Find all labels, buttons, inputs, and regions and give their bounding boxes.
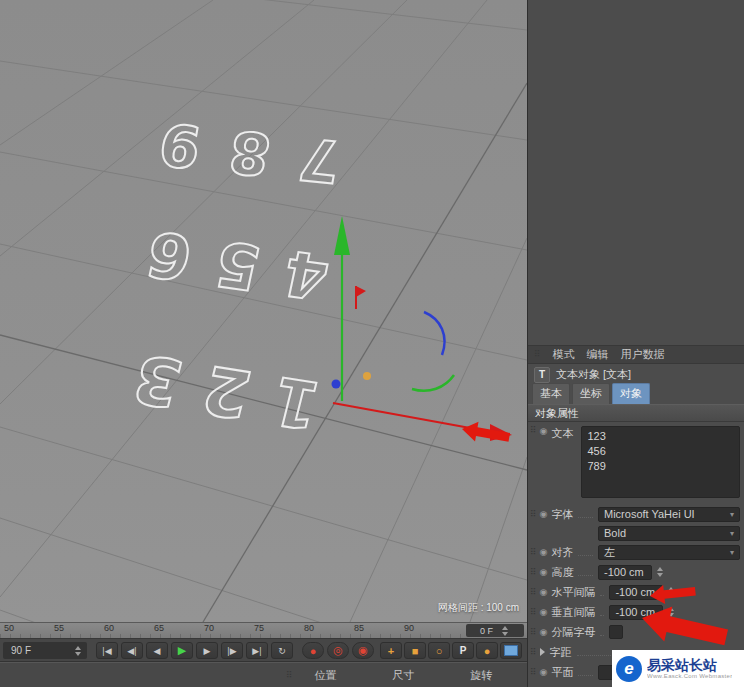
- drag-handle-icon[interactable]: ⠿: [530, 568, 537, 577]
- align-value: 左: [604, 545, 615, 560]
- key-position-toggle[interactable]: +: [380, 642, 402, 659]
- current-frame-field[interactable]: 0 F: [466, 624, 524, 637]
- height-label: 高度: [551, 565, 573, 580]
- attribute-tabs: 基本 坐标 对象: [528, 385, 744, 404]
- separate-letters-checkbox[interactable]: [609, 625, 623, 639]
- chevron-down-icon: ▾: [730, 510, 734, 519]
- animation-dot-icon[interactable]: ◉: [540, 607, 548, 617]
- menu-mode[interactable]: 模式: [553, 347, 575, 362]
- current-frame-stepper[interactable]: [500, 623, 510, 638]
- drag-handle-icon[interactable]: ⠿: [534, 350, 541, 359]
- motion-clip-button[interactable]: [500, 642, 522, 659]
- drag-handle-icon[interactable]: ⠿: [530, 668, 537, 677]
- dotted-leader: [600, 594, 604, 596]
- hspace-label: 水平间隔: [551, 585, 595, 600]
- key-rotation-toggle[interactable]: ○: [428, 642, 450, 659]
- autokeying-button[interactable]: ◎: [327, 642, 349, 659]
- align-dropdown[interactable]: 左 ▾: [598, 545, 740, 560]
- animation-dot-icon[interactable]: ◉: [540, 547, 548, 557]
- font-style-row: Bold ▾: [528, 524, 744, 542]
- keyframe-selection-button[interactable]: ◉: [352, 642, 374, 659]
- drag-handle-icon[interactable]: ⠿: [530, 648, 537, 657]
- font-family-value: Microsoft YaHei UI: [604, 508, 695, 520]
- hspace-property-row: ⠿ ◉ 水平间隔 -100 cm: [528, 582, 744, 602]
- play-button[interactable]: ▶: [171, 642, 193, 659]
- vspace-label: 垂直间隔: [551, 605, 595, 620]
- previous-frame-button[interactable]: ◀: [146, 642, 168, 659]
- rotation-band-blue[interactable]: [424, 312, 445, 355]
- dotted-leader: [578, 674, 593, 676]
- record-keyframe-button[interactable]: ●: [302, 642, 324, 659]
- object-properties-header[interactable]: 对象属性: [528, 404, 744, 422]
- chevron-down-icon: ▾: [730, 529, 734, 538]
- cycle-button[interactable]: ↻: [271, 642, 293, 659]
- grid-spacing-label: 网格间距 : 100 cm: [438, 601, 519, 615]
- animation-dot-icon[interactable]: ◉: [540, 587, 548, 597]
- animation-dot-icon[interactable]: ◉: [540, 667, 548, 677]
- watermark-title: 易采站长站: [647, 658, 732, 673]
- vspace-stepper[interactable]: [666, 605, 676, 620]
- tab-basic[interactable]: 基本: [532, 383, 570, 404]
- next-frame-button[interactable]: ▶: [196, 642, 218, 659]
- chevron-down-icon: ▾: [730, 548, 734, 557]
- height-property-row: ⠿ ◉ 高度 -100 cm: [528, 562, 744, 582]
- tick-label: 50: [4, 623, 54, 633]
- viewport-3d[interactable]: 789 456 123 网格间距 : 100 cm: [0, 0, 527, 622]
- tick-label: 65: [154, 623, 204, 633]
- next-key-button[interactable]: |▶: [221, 642, 243, 659]
- rotation-band-green[interactable]: [412, 375, 454, 391]
- dotted-leader: [578, 554, 593, 556]
- menu-userdata[interactable]: 用户数据: [621, 347, 665, 362]
- tick-label: 75: [254, 623, 304, 633]
- previous-key-button[interactable]: ◀|: [121, 642, 143, 659]
- drag-handle-icon[interactable]: ⠿: [530, 510, 537, 519]
- timeline-ruler[interactable]: 50 55 60 65 70 75 80 85 90 0 F: [0, 622, 527, 638]
- drag-handle-icon[interactable]: ⠿: [530, 426, 537, 435]
- drag-handle-icon[interactable]: ⠿: [530, 588, 537, 597]
- cinema4d-window: 789 456 123 网格间距 : 100 cm 50 55 60 65 70…: [0, 0, 744, 687]
- drag-handle-icon[interactable]: ⠿: [530, 608, 537, 617]
- expand-triangle-icon[interactable]: [540, 648, 545, 656]
- height-input[interactable]: -100 cm: [598, 565, 652, 580]
- object-title: 文本对象 [文本]: [556, 367, 631, 382]
- timeline-ticks: 50 55 60 65 70 75 80 85 90: [0, 623, 527, 633]
- text-line: 456: [587, 444, 734, 459]
- animation-dot-icon[interactable]: ◉: [540, 567, 548, 577]
- tick-label: 85: [354, 623, 404, 633]
- hspace-stepper[interactable]: [666, 585, 676, 600]
- text-input[interactable]: 123 456 789: [581, 426, 740, 498]
- text-property-row: ⠿ ◉ 文本 123 456 789: [528, 422, 744, 504]
- coord-position-label: 位置: [315, 668, 371, 683]
- transport-bar: 90 F |◀ ◀| ◀ ▶ ▶ |▶ ▶| ↻ ● ◎ ◉ + ■ ○ P ●: [0, 638, 527, 662]
- animation-dot-icon[interactable]: ◉: [540, 627, 548, 637]
- drag-handle-icon[interactable]: ⠿: [530, 628, 537, 637]
- go-to-end-button[interactable]: ▶|: [246, 642, 268, 659]
- tab-object[interactable]: 对象: [612, 383, 650, 404]
- x-axis-arrowhead-icon[interactable]: [490, 424, 512, 441]
- drag-handle-icon[interactable]: ⠿: [286, 671, 293, 680]
- hspace-input[interactable]: -100 cm: [609, 585, 663, 600]
- font-property-row: ⠿ ◉ 字体 Microsoft YaHei UI ▾: [528, 504, 744, 524]
- key-pla-toggle[interactable]: ●: [476, 642, 498, 659]
- go-to-start-button[interactable]: |◀: [96, 642, 118, 659]
- animation-dot-icon[interactable]: ◉: [540, 509, 548, 519]
- dotted-leader: [600, 614, 604, 616]
- menu-edit[interactable]: 编辑: [587, 347, 609, 362]
- drag-handle-icon[interactable]: ⠿: [530, 548, 537, 557]
- align-label: 对齐: [551, 545, 573, 560]
- height-stepper[interactable]: [655, 565, 665, 580]
- animation-dot-icon[interactable]: ◉: [540, 426, 548, 436]
- coord-rotation-label: 旋转: [471, 668, 527, 683]
- key-parameter-toggle[interactable]: P: [452, 642, 474, 659]
- font-family-dropdown[interactable]: Microsoft YaHei UI ▾: [598, 507, 740, 522]
- dotted-leader: [600, 634, 604, 636]
- end-frame-value: 90 F: [11, 645, 31, 656]
- end-frame-field[interactable]: 90 F: [3, 642, 87, 659]
- font-label: 字体: [551, 507, 573, 522]
- font-style-dropdown[interactable]: Bold ▾: [598, 526, 740, 541]
- kerning-label: 字距: [550, 645, 572, 660]
- end-frame-stepper[interactable]: [73, 643, 83, 658]
- key-scale-toggle[interactable]: ■: [404, 642, 426, 659]
- vspace-input[interactable]: -100 cm: [609, 605, 663, 620]
- tab-coordinates[interactable]: 坐标: [572, 383, 610, 404]
